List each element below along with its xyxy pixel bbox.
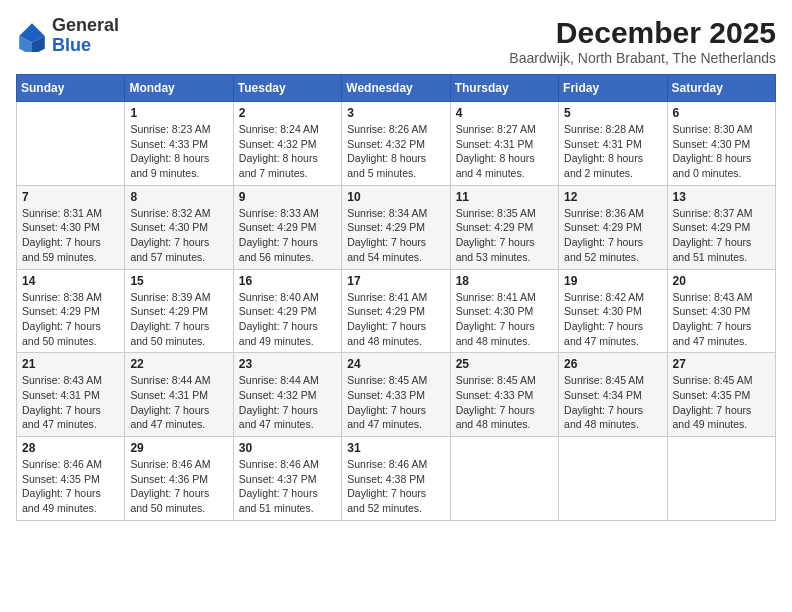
calendar-cell: 14Sunrise: 8:38 AM Sunset: 4:29 PM Dayli… <box>17 269 125 353</box>
calendar-week-row: 21Sunrise: 8:43 AM Sunset: 4:31 PM Dayli… <box>17 353 776 437</box>
day-number: 21 <box>22 357 119 371</box>
day-info: Sunrise: 8:40 AM Sunset: 4:29 PM Dayligh… <box>239 290 336 349</box>
calendar-cell: 2Sunrise: 8:24 AM Sunset: 4:32 PM Daylig… <box>233 102 341 186</box>
day-info: Sunrise: 8:24 AM Sunset: 4:32 PM Dayligh… <box>239 122 336 181</box>
day-number: 12 <box>564 190 661 204</box>
day-info: Sunrise: 8:35 AM Sunset: 4:29 PM Dayligh… <box>456 206 553 265</box>
calendar-cell: 23Sunrise: 8:44 AM Sunset: 4:32 PM Dayli… <box>233 353 341 437</box>
day-info: Sunrise: 8:27 AM Sunset: 4:31 PM Dayligh… <box>456 122 553 181</box>
calendar-cell <box>559 437 667 521</box>
day-info: Sunrise: 8:37 AM Sunset: 4:29 PM Dayligh… <box>673 206 770 265</box>
calendar-cell: 22Sunrise: 8:44 AM Sunset: 4:31 PM Dayli… <box>125 353 233 437</box>
logo-icon <box>16 20 48 52</box>
day-info: Sunrise: 8:30 AM Sunset: 4:30 PM Dayligh… <box>673 122 770 181</box>
day-info: Sunrise: 8:43 AM Sunset: 4:30 PM Dayligh… <box>673 290 770 349</box>
day-number: 1 <box>130 106 227 120</box>
calendar-cell: 8Sunrise: 8:32 AM Sunset: 4:30 PM Daylig… <box>125 185 233 269</box>
logo-text: General Blue <box>52 16 119 56</box>
day-number: 20 <box>673 274 770 288</box>
calendar-week-row: 1Sunrise: 8:23 AM Sunset: 4:33 PM Daylig… <box>17 102 776 186</box>
logo: General Blue <box>16 16 119 56</box>
day-info: Sunrise: 8:28 AM Sunset: 4:31 PM Dayligh… <box>564 122 661 181</box>
day-number: 2 <box>239 106 336 120</box>
day-number: 24 <box>347 357 444 371</box>
calendar-cell: 4Sunrise: 8:27 AM Sunset: 4:31 PM Daylig… <box>450 102 558 186</box>
day-number: 18 <box>456 274 553 288</box>
calendar-cell: 7Sunrise: 8:31 AM Sunset: 4:30 PM Daylig… <box>17 185 125 269</box>
day-info: Sunrise: 8:41 AM Sunset: 4:29 PM Dayligh… <box>347 290 444 349</box>
calendar-cell: 9Sunrise: 8:33 AM Sunset: 4:29 PM Daylig… <box>233 185 341 269</box>
day-info: Sunrise: 8:46 AM Sunset: 4:37 PM Dayligh… <box>239 457 336 516</box>
calendar-cell <box>450 437 558 521</box>
calendar-week-row: 7Sunrise: 8:31 AM Sunset: 4:30 PM Daylig… <box>17 185 776 269</box>
calendar-cell: 15Sunrise: 8:39 AM Sunset: 4:29 PM Dayli… <box>125 269 233 353</box>
day-number: 4 <box>456 106 553 120</box>
day-info: Sunrise: 8:45 AM Sunset: 4:33 PM Dayligh… <box>347 373 444 432</box>
weekday-header: Friday <box>559 75 667 102</box>
calendar-cell <box>17 102 125 186</box>
calendar-cell: 3Sunrise: 8:26 AM Sunset: 4:32 PM Daylig… <box>342 102 450 186</box>
day-info: Sunrise: 8:34 AM Sunset: 4:29 PM Dayligh… <box>347 206 444 265</box>
day-info: Sunrise: 8:36 AM Sunset: 4:29 PM Dayligh… <box>564 206 661 265</box>
calendar-table: SundayMondayTuesdayWednesdayThursdayFrid… <box>16 74 776 521</box>
weekday-header: Tuesday <box>233 75 341 102</box>
day-number: 16 <box>239 274 336 288</box>
day-number: 31 <box>347 441 444 455</box>
calendar-cell: 16Sunrise: 8:40 AM Sunset: 4:29 PM Dayli… <box>233 269 341 353</box>
calendar-cell: 5Sunrise: 8:28 AM Sunset: 4:31 PM Daylig… <box>559 102 667 186</box>
calendar-cell: 1Sunrise: 8:23 AM Sunset: 4:33 PM Daylig… <box>125 102 233 186</box>
day-info: Sunrise: 8:46 AM Sunset: 4:35 PM Dayligh… <box>22 457 119 516</box>
day-info: Sunrise: 8:45 AM Sunset: 4:34 PM Dayligh… <box>564 373 661 432</box>
day-info: Sunrise: 8:32 AM Sunset: 4:30 PM Dayligh… <box>130 206 227 265</box>
day-number: 29 <box>130 441 227 455</box>
location: Baardwijk, North Brabant, The Netherland… <box>509 50 776 66</box>
calendar-cell: 29Sunrise: 8:46 AM Sunset: 4:36 PM Dayli… <box>125 437 233 521</box>
calendar-cell: 12Sunrise: 8:36 AM Sunset: 4:29 PM Dayli… <box>559 185 667 269</box>
calendar-cell: 19Sunrise: 8:42 AM Sunset: 4:30 PM Dayli… <box>559 269 667 353</box>
weekday-header: Saturday <box>667 75 775 102</box>
calendar-cell: 28Sunrise: 8:46 AM Sunset: 4:35 PM Dayli… <box>17 437 125 521</box>
calendar-cell: 10Sunrise: 8:34 AM Sunset: 4:29 PM Dayli… <box>342 185 450 269</box>
day-info: Sunrise: 8:45 AM Sunset: 4:33 PM Dayligh… <box>456 373 553 432</box>
day-info: Sunrise: 8:46 AM Sunset: 4:38 PM Dayligh… <box>347 457 444 516</box>
day-number: 15 <box>130 274 227 288</box>
day-info: Sunrise: 8:39 AM Sunset: 4:29 PM Dayligh… <box>130 290 227 349</box>
day-number: 27 <box>673 357 770 371</box>
calendar-week-row: 28Sunrise: 8:46 AM Sunset: 4:35 PM Dayli… <box>17 437 776 521</box>
day-number: 13 <box>673 190 770 204</box>
day-info: Sunrise: 8:38 AM Sunset: 4:29 PM Dayligh… <box>22 290 119 349</box>
day-info: Sunrise: 8:44 AM Sunset: 4:32 PM Dayligh… <box>239 373 336 432</box>
day-info: Sunrise: 8:45 AM Sunset: 4:35 PM Dayligh… <box>673 373 770 432</box>
weekday-header: Sunday <box>17 75 125 102</box>
day-number: 28 <box>22 441 119 455</box>
day-number: 23 <box>239 357 336 371</box>
title-block: December 2025 Baardwijk, North Brabant, … <box>509 16 776 66</box>
day-info: Sunrise: 8:44 AM Sunset: 4:31 PM Dayligh… <box>130 373 227 432</box>
weekday-header: Thursday <box>450 75 558 102</box>
day-number: 9 <box>239 190 336 204</box>
calendar-cell: 26Sunrise: 8:45 AM Sunset: 4:34 PM Dayli… <box>559 353 667 437</box>
calendar-cell: 21Sunrise: 8:43 AM Sunset: 4:31 PM Dayli… <box>17 353 125 437</box>
day-info: Sunrise: 8:46 AM Sunset: 4:36 PM Dayligh… <box>130 457 227 516</box>
day-info: Sunrise: 8:33 AM Sunset: 4:29 PM Dayligh… <box>239 206 336 265</box>
calendar-cell: 17Sunrise: 8:41 AM Sunset: 4:29 PM Dayli… <box>342 269 450 353</box>
page-header: General Blue December 2025 Baardwijk, No… <box>16 16 776 66</box>
calendar-cell: 11Sunrise: 8:35 AM Sunset: 4:29 PM Dayli… <box>450 185 558 269</box>
day-info: Sunrise: 8:31 AM Sunset: 4:30 PM Dayligh… <box>22 206 119 265</box>
day-number: 10 <box>347 190 444 204</box>
day-info: Sunrise: 8:23 AM Sunset: 4:33 PM Dayligh… <box>130 122 227 181</box>
calendar-cell: 13Sunrise: 8:37 AM Sunset: 4:29 PM Dayli… <box>667 185 775 269</box>
day-number: 19 <box>564 274 661 288</box>
calendar-cell: 31Sunrise: 8:46 AM Sunset: 4:38 PM Dayli… <box>342 437 450 521</box>
day-info: Sunrise: 8:26 AM Sunset: 4:32 PM Dayligh… <box>347 122 444 181</box>
day-number: 25 <box>456 357 553 371</box>
weekday-header-row: SundayMondayTuesdayWednesdayThursdayFrid… <box>17 75 776 102</box>
day-number: 14 <box>22 274 119 288</box>
day-info: Sunrise: 8:41 AM Sunset: 4:30 PM Dayligh… <box>456 290 553 349</box>
day-info: Sunrise: 8:42 AM Sunset: 4:30 PM Dayligh… <box>564 290 661 349</box>
day-number: 8 <box>130 190 227 204</box>
day-number: 26 <box>564 357 661 371</box>
weekday-header: Monday <box>125 75 233 102</box>
day-number: 11 <box>456 190 553 204</box>
day-number: 30 <box>239 441 336 455</box>
